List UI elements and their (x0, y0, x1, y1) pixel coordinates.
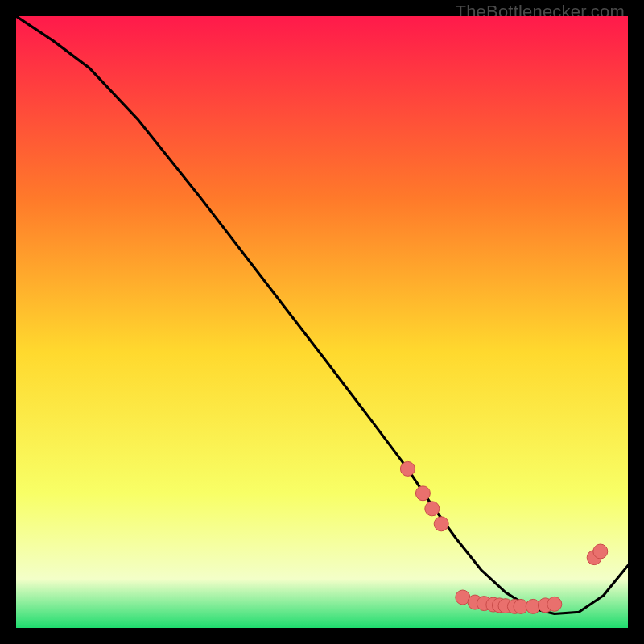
data-marker (434, 517, 448, 531)
chart-svg (16, 16, 628, 628)
gradient-background (16, 16, 628, 628)
data-marker (547, 597, 562, 611)
data-marker (425, 502, 440, 516)
data-marker (400, 461, 415, 476)
data-marker (593, 544, 608, 559)
data-marker (415, 486, 430, 501)
chart-frame (16, 16, 628, 628)
